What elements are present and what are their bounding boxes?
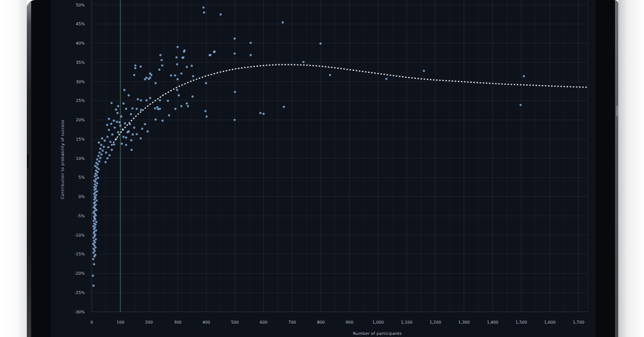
data-point — [125, 136, 127, 138]
tablet-side-button-right — [616, 106, 618, 116]
data-point — [141, 128, 143, 130]
data-point — [186, 102, 188, 105]
data-point — [94, 201, 96, 203]
data-point — [120, 115, 122, 118]
data-point — [98, 160, 100, 163]
data-point — [99, 157, 101, 159]
data-point — [159, 54, 162, 56]
data-point — [203, 11, 205, 13]
x-tick-label: 1,200 — [429, 320, 441, 325]
data-point — [104, 140, 106, 142]
data-point — [117, 131, 119, 133]
x-tick-label: 600 — [260, 320, 268, 325]
data-point — [204, 110, 207, 112]
data-point — [103, 146, 105, 148]
data-point — [192, 96, 194, 98]
data-point — [176, 63, 178, 65]
data-point — [94, 246, 97, 248]
data-point — [205, 82, 207, 84]
data-point — [174, 108, 177, 110]
data-point — [105, 151, 107, 153]
data-point — [128, 130, 130, 133]
tablet-mockup: 50%45%40%35%30%25%20%15%10%5%0%-5%-10%-1… — [0, 0, 644, 337]
data-point — [128, 94, 130, 97]
y-tick-label: -25% — [75, 290, 85, 295]
data-point — [94, 238, 97, 240]
data-point — [133, 127, 135, 129]
data-point — [95, 178, 97, 180]
x-tick-label: 900 — [346, 320, 354, 325]
data-point — [233, 53, 236, 55]
data-point — [122, 136, 125, 138]
data-point — [154, 107, 156, 109]
data-point — [97, 155, 99, 157]
data-point — [302, 61, 304, 63]
data-point — [140, 109, 142, 111]
tablet-screen: 50%45%40%35%30%25%20%15%10%5%0%-5%-10%-1… — [51, 0, 596, 337]
y-axis-title: Contribution to probability of success — [60, 79, 66, 240]
data-point — [219, 13, 222, 16]
data-point — [176, 89, 178, 91]
data-point — [108, 129, 110, 131]
y-tick-label: 25% — [76, 98, 85, 103]
data-point — [144, 123, 146, 125]
x-tick-label: 1,500 — [516, 320, 528, 325]
data-point — [109, 141, 112, 143]
data-point — [111, 134, 113, 136]
y-tick-label: -20% — [75, 271, 85, 276]
x-tick-label: 1,600 — [544, 320, 556, 325]
data-point — [319, 42, 321, 45]
data-point — [93, 223, 96, 225]
data-point — [93, 210, 96, 213]
data-point — [94, 203, 97, 206]
data-point — [96, 166, 98, 169]
data-point — [180, 105, 182, 107]
data-point — [108, 118, 110, 120]
data-point — [121, 143, 123, 145]
data-point — [149, 97, 151, 99]
data-point — [145, 99, 148, 101]
data-point — [214, 50, 216, 53]
data-point — [155, 82, 157, 84]
data-point — [115, 108, 117, 111]
data-point — [95, 221, 97, 223]
data-point — [131, 134, 134, 136]
data-point — [105, 161, 107, 163]
data-point — [178, 94, 180, 97]
data-point — [177, 46, 179, 48]
data-point — [114, 127, 116, 129]
data-point — [92, 225, 94, 228]
background-right — [618, 0, 644, 337]
data-point — [134, 67, 136, 69]
tablet-edge-right — [615, 0, 618, 337]
data-point — [98, 142, 100, 144]
data-point — [175, 56, 178, 58]
data-point — [92, 275, 94, 277]
data-point — [282, 21, 284, 24]
data-point — [94, 254, 96, 256]
data-point — [122, 102, 125, 105]
data-point — [140, 99, 142, 101]
data-point — [98, 168, 100, 170]
data-point — [167, 100, 169, 102]
data-point — [130, 113, 132, 115]
data-point — [119, 121, 121, 123]
data-point — [93, 186, 96, 188]
y-tick-label: 50% — [76, 3, 85, 8]
data-point — [110, 123, 112, 125]
data-point — [149, 72, 151, 75]
data-point — [159, 99, 161, 101]
data-point — [95, 229, 97, 231]
y-tick-label: -10% — [75, 233, 85, 238]
data-point — [145, 77, 148, 79]
data-point — [140, 65, 142, 68]
data-point — [96, 158, 98, 160]
y-tick-label: -15% — [75, 252, 85, 257]
data-point — [186, 66, 188, 68]
data-point — [187, 105, 189, 107]
data-point — [202, 6, 204, 9]
data-point — [100, 144, 103, 146]
data-point — [158, 69, 160, 71]
x-tick-label: 400 — [202, 320, 210, 325]
data-point — [149, 77, 151, 79]
